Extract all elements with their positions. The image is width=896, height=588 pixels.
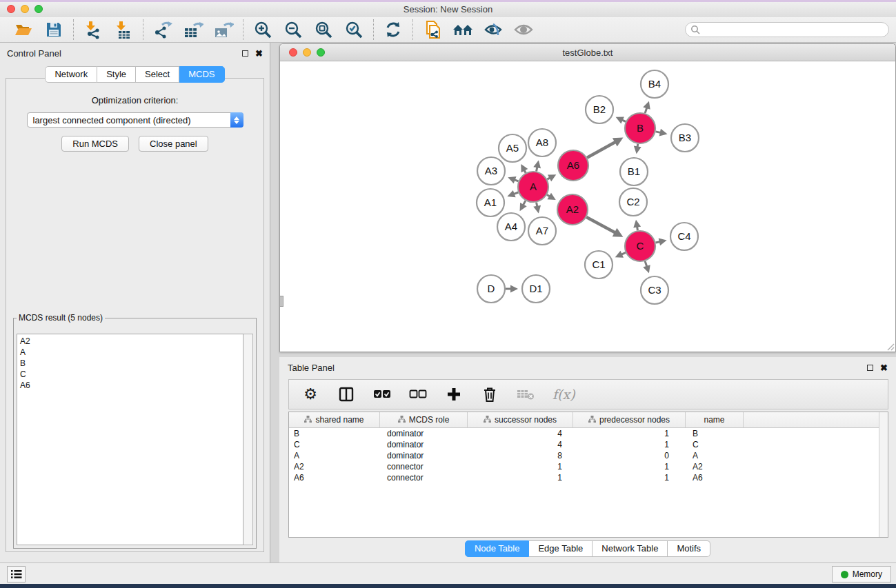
graph-node-B3[interactable]: B3 — [671, 124, 699, 152]
table-cell[interactable]: 4 — [468, 440, 573, 449]
table-cell[interactable]: A6 — [686, 473, 744, 483]
export-image-icon[interactable] — [212, 19, 235, 40]
graph-node-C4[interactable]: C4 — [670, 223, 698, 250]
graph-edge-A-A4[interactable] — [520, 201, 527, 211]
table-cell[interactable]: dominator — [380, 429, 468, 438]
table-row[interactable]: A2connector11A2 — [289, 461, 888, 472]
tab-select[interactable]: Select — [136, 66, 179, 83]
table-cell[interactable]: 8 — [468, 451, 573, 460]
table-row[interactable]: Cdominator41C — [289, 439, 888, 450]
table-cell[interactable]: C — [289, 440, 380, 449]
graph-edge-C-C2[interactable] — [633, 220, 641, 231]
graph-node-A8[interactable]: A8 — [528, 129, 556, 156]
table-cell[interactable]: 1 — [468, 462, 573, 472]
tab-network[interactable]: Network — [45, 66, 97, 83]
result-item[interactable]: A6 — [20, 380, 240, 391]
close-panel-button[interactable]: Close panel — [139, 136, 208, 152]
close-panel-icon[interactable]: ✖ — [255, 50, 263, 57]
graph-node-B1[interactable]: B1 — [620, 158, 648, 185]
tab-style[interactable]: Style — [97, 66, 136, 83]
graph-node-C[interactable]: C — [625, 231, 655, 261]
table-cell[interactable]: C — [686, 440, 744, 449]
tab-edge-table[interactable]: Edge Table — [529, 540, 593, 557]
graph-node-A4[interactable]: A4 — [497, 213, 525, 241]
column-header[interactable]: MCDS role — [380, 412, 468, 427]
unselect-all-icon[interactable] — [409, 385, 427, 403]
run-mcds-button[interactable]: Run MCDS — [61, 136, 129, 152]
table-cell[interactable]: 1 — [573, 462, 686, 472]
result-item[interactable]: A — [20, 347, 240, 358]
table-cell[interactable]: connector — [380, 462, 468, 472]
optimization-criterion-select[interactable]: largest connected component (directed) — [27, 112, 243, 128]
graph-edge-C-C3[interactable] — [643, 261, 650, 273]
table-row[interactable]: Bdominator41B — [289, 428, 888, 439]
close-window-button[interactable] — [7, 5, 15, 13]
graph-edge-A-A7[interactable] — [533, 203, 541, 214]
result-item[interactable]: C — [20, 369, 240, 380]
function-builder-icon[interactable]: f(x) — [552, 387, 575, 402]
show-log-button[interactable] — [7, 566, 26, 582]
copy-network-icon[interactable] — [421, 19, 444, 40]
table-cell[interactable]: 0 — [573, 451, 686, 460]
graph-edge-B-B3[interactable] — [655, 129, 667, 136]
graphics-details-icon[interactable] — [482, 19, 504, 40]
eye-icon[interactable] — [512, 19, 535, 40]
table-cell[interactable]: connector — [380, 473, 468, 483]
first-neighbors-icon[interactable] — [452, 19, 474, 40]
table-cell[interactable]: 1 — [573, 440, 686, 449]
select-all-icon[interactable] — [373, 385, 391, 403]
splitter-handle[interactable] — [279, 296, 283, 307]
graph-node-D1[interactable]: D1 — [522, 275, 550, 303]
graph-edge-A-A8[interactable] — [533, 160, 541, 171]
table-row[interactable]: Adominator80A — [289, 450, 888, 461]
graph-node-A3[interactable]: A3 — [477, 157, 505, 185]
graph-edge-B-B2[interactable] — [616, 116, 626, 123]
mcds-result-list[interactable]: A2ABCA6 — [17, 334, 243, 545]
float-panel-icon[interactable] — [242, 50, 248, 57]
open-session-icon[interactable] — [12, 19, 34, 40]
graph-node-B[interactable]: B — [625, 113, 655, 143]
delete-column-icon[interactable] — [481, 385, 499, 403]
export-network-icon[interactable] — [152, 19, 174, 40]
table-cell[interactable]: B — [289, 429, 380, 438]
graph-node-C1[interactable]: C1 — [585, 251, 613, 278]
graph-edge-D-D1[interactable] — [506, 285, 518, 293]
graph-node-A5[interactable]: A5 — [499, 134, 526, 162]
graph-node-A7[interactable]: A7 — [528, 217, 556, 245]
graph-node-A[interactable]: A — [518, 172, 548, 202]
network-zoom-button[interactable] — [317, 48, 325, 57]
graph-node-B4[interactable]: B4 — [641, 70, 668, 98]
network-minimize-button[interactable] — [303, 48, 311, 57]
import-table-icon[interactable] — [112, 19, 135, 40]
graph-node-A6[interactable]: A6 — [558, 150, 588, 181]
tab-network-table[interactable]: Network Table — [593, 540, 668, 557]
graph-edge-A2-C[interactable] — [586, 217, 623, 237]
export-table-icon[interactable] — [182, 19, 204, 40]
graph-edge-A6-B[interactable] — [587, 138, 623, 158]
table-cell[interactable]: A2 — [289, 462, 380, 472]
result-item[interactable]: B — [20, 358, 240, 369]
table-row[interactable]: A6connector11A6 — [289, 472, 888, 483]
table-cell[interactable]: B — [686, 429, 744, 438]
table-cell[interactable]: 1 — [573, 429, 686, 438]
column-header[interactable]: successor nodes — [468, 412, 573, 427]
graph-edge-A-A6[interactable] — [547, 174, 556, 181]
network-canvas[interactable]: AA1A2A3A4A5A6A7A8BB1B2B3B4CC1C2C3C4DD1 — [280, 62, 895, 352]
graph-node-A2[interactable]: A2 — [557, 194, 588, 225]
memory-button[interactable]: Memory — [832, 566, 891, 582]
tab-mcds[interactable]: MCDS — [179, 66, 224, 83]
column-header[interactable]: predecessor nodes — [573, 412, 686, 427]
tab-motifs[interactable]: Motifs — [668, 540, 710, 557]
table-settings-icon[interactable]: ⚙ — [301, 385, 319, 403]
resize-grip-icon[interactable] — [886, 343, 895, 351]
graph-node-C3[interactable]: C3 — [641, 276, 668, 304]
table-cell[interactable]: dominator — [380, 451, 468, 460]
graph-edge-B-B4[interactable] — [643, 101, 650, 113]
graph-edge-A-A2[interactable] — [547, 193, 556, 200]
table-cell[interactable]: 4 — [468, 429, 573, 438]
import-network-icon[interactable] — [82, 19, 104, 40]
graph-node-B2[interactable]: B2 — [586, 96, 613, 123]
table-cell[interactable]: dominator — [380, 440, 468, 449]
column-header[interactable]: shared name — [289, 412, 380, 427]
graph-node-A1[interactable]: A1 — [477, 189, 504, 216]
